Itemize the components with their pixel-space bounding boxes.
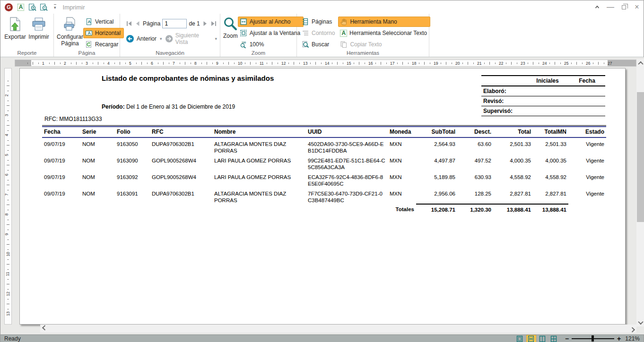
contorno-button[interactable]: Contorno <box>300 28 338 38</box>
scroll-left-button[interactable] <box>40 325 48 333</box>
scroll-down-button[interactable] <box>636 318 644 326</box>
ruler-number: 18 <box>412 61 416 66</box>
copiar-texto-button[interactable]: Copiar Texto <box>338 39 430 50</box>
vertical-button[interactable]: A Vertical <box>83 17 124 27</box>
zoom-slider[interactable]: − + <box>565 336 621 341</box>
last-page-icon[interactable] <box>210 20 217 27</box>
pages-icon <box>302 18 309 26</box>
report-table: FechaSerieFolioRFCNombreUUIDMonedaSubTot… <box>42 126 606 215</box>
group-label-reporte: Reporte <box>0 50 53 56</box>
ruler-number: 3 <box>4 114 9 117</box>
ruler-number: 4 <box>4 134 9 137</box>
report-rfc: RFC: MMO181113G33 <box>42 115 606 126</box>
table-row: 09/07/19NOM9163090GOPL9005268W4LARI PAUL… <box>42 154 606 171</box>
select-text-quick-icon[interactable]: A <box>16 2 26 12</box>
anterior-dropdown-icon: ▾ <box>160 36 162 41</box>
column-header: TotalMN <box>533 127 568 137</box>
multi-page-view-button[interactable] <box>549 335 559 342</box>
letter-a-icon: A <box>17 4 25 11</box>
scroll-up-button[interactable] <box>636 59 644 67</box>
page-number-input[interactable] <box>162 19 187 28</box>
minimize-button[interactable]: — <box>604 0 617 14</box>
zoom-in-icon[interactable]: + <box>617 336 621 341</box>
fit-window-icon <box>240 29 247 37</box>
restore-button[interactable] <box>617 0 630 14</box>
configurar-pagina-button[interactable]: Configurar Página <box>57 16 83 47</box>
herramienta-mano-button[interactable]: Herramienta Mano <box>338 17 430 27</box>
single-page-view-button[interactable] <box>515 335 525 342</box>
zoom-slider-handle[interactable] <box>592 335 594 342</box>
previous-page-icon[interactable] <box>134 20 141 27</box>
ruler-number: 2 <box>4 94 9 97</box>
quick-access-dropdown-icon[interactable]: ▾ <box>54 4 56 10</box>
total-value: 13,888.41 <box>533 204 568 215</box>
fit-width-view-icon <box>527 335 535 342</box>
printer-icon <box>31 17 46 32</box>
next-page-icon[interactable] <box>202 20 209 27</box>
ruler-number: 17 <box>390 61 394 66</box>
ruler-number: 26 <box>586 61 590 66</box>
column-header: SubTotal <box>416 127 457 137</box>
zoom-button[interactable]: Zoom <box>223 16 238 39</box>
ruler-number: 12 <box>281 61 286 66</box>
page-label: Página <box>143 20 160 27</box>
ruler-number: 13 <box>303 61 307 66</box>
column-header: Folio <box>115 127 150 137</box>
table-row: 09/07/19NOM9163050DUPA9706302B1ALTAGRACI… <box>42 137 606 154</box>
ruler-number: 8 <box>194 61 197 66</box>
ribbon-group-herramientas: Páginas Contorno Buscar <box>297 14 429 57</box>
scroll-right-button[interactable] <box>628 325 636 333</box>
chevron-down-icon <box>638 319 643 324</box>
ruler-number: 7 <box>4 194 9 196</box>
herramienta-seleccionar-texto-button[interactable]: A Herramienta Seleccionar Texto <box>338 28 430 38</box>
first-page-icon[interactable] <box>126 20 132 27</box>
chevron-up-icon <box>594 4 600 10</box>
recargar-button[interactable]: Recargar <box>83 39 124 50</box>
copy-icon <box>340 41 348 48</box>
vertical-scroll-thumb[interactable] <box>637 92 644 222</box>
zoom-out-quick-icon[interactable] <box>39 2 48 12</box>
siguiente-vista-button[interactable]: Siguiente Vista ▾ <box>165 32 217 45</box>
page-zoom-in-icon <box>28 3 36 11</box>
group-label-navegacion: Navegación <box>120 50 220 56</box>
buscar-button[interactable]: Buscar <box>300 39 338 50</box>
total-value: 1,320.30 <box>457 204 493 215</box>
ruler-number: 9 <box>4 233 9 236</box>
ruler-number: 10 <box>6 252 10 256</box>
exportar-button[interactable]: Exportar <box>3 16 27 40</box>
imprimir-button[interactable]: Imprimir <box>27 16 51 40</box>
ruler-number: 11 <box>5 272 10 276</box>
paginas-button[interactable]: Páginas <box>300 17 338 27</box>
group-label-zoom: Zoom <box>220 50 296 56</box>
ribbon-group-zoom: Zoom Ajustar al Ancho Ajustar a la Venta… <box>220 14 297 57</box>
zoom-out-icon[interactable]: − <box>565 336 569 341</box>
fit-width-view-button[interactable] <box>526 335 536 342</box>
chevron-right-icon <box>629 327 635 332</box>
horizontal-ruler: 1234567891011121314151617181920212223242… <box>15 60 636 67</box>
horizontal-button[interactable]: A Horizontal <box>83 28 124 38</box>
collapse-ribbon-button[interactable] <box>591 0 604 14</box>
outline-icon <box>302 29 309 37</box>
ajustar-a-la-ventana-button[interactable]: Ajustar a la Ventana <box>238 28 304 38</box>
total-value: 15,208.71 <box>416 204 457 215</box>
ajustar-al-ancho-button[interactable]: Ajustar al Ancho <box>238 17 304 27</box>
zoom-100-button[interactable]: 100 100% <box>238 39 304 50</box>
vertical-ruler: 2345678910111213 <box>4 68 12 325</box>
two-page-view-button[interactable] <box>538 335 548 342</box>
svg-text:A: A <box>88 19 91 24</box>
vertical-scrollbar[interactable] <box>636 59 644 326</box>
anterior-button[interactable]: Anterior ▾ <box>126 34 162 43</box>
zoom-in-quick-icon[interactable] <box>27 2 37 12</box>
close-button[interactable]: × <box>630 0 644 14</box>
app-logo-icon[interactable]: G <box>5 3 13 11</box>
ruler-number: 6 <box>4 174 9 176</box>
forward-circle-icon <box>165 34 173 43</box>
group-label-pagina: Página <box>54 50 120 56</box>
column-header: UUID <box>306 127 388 137</box>
ruler-number: 13 <box>6 311 10 316</box>
back-circle-icon <box>126 34 134 43</box>
horizontal-scrollbar[interactable] <box>40 325 636 333</box>
zoom-slider-track[interactable] <box>572 338 614 339</box>
search-icon <box>302 41 309 48</box>
ruler-number: 5 <box>129 61 131 66</box>
